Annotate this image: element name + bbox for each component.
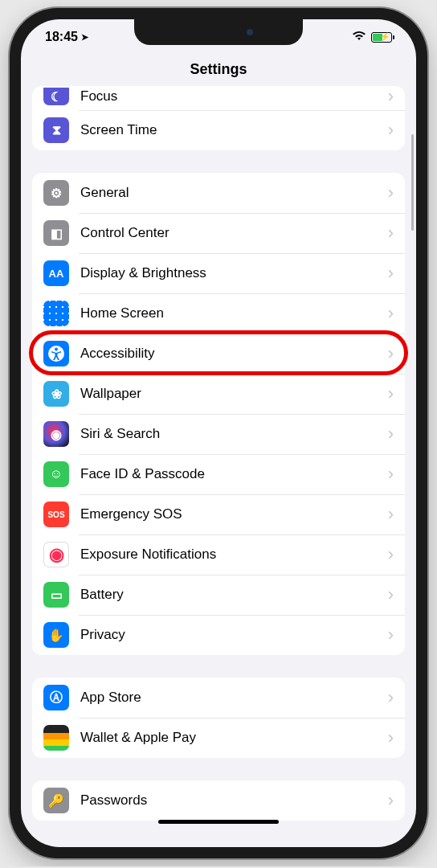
content-area[interactable]: ☾Focus›⧗Screen Time›⚙General›◧Control Ce… <box>21 86 416 830</box>
hourglass-icon: ⧗ <box>43 117 69 143</box>
navbar-title: Settings <box>21 55 416 86</box>
key-icon: 🔑 <box>43 788 69 813</box>
scrollbar[interactable] <box>411 134 414 231</box>
screen: 18:45 ➤ ⚡ Settings ☾Focus›⧗Screen Time›⚙… <box>21 19 416 847</box>
settings-row-control-center[interactable]: ◧Control Center› <box>32 213 405 253</box>
chevron-right-icon: › <box>388 727 394 748</box>
face-id-icon: ☺ <box>43 461 69 487</box>
chevron-right-icon: › <box>388 504 394 525</box>
grid-icon <box>43 301 69 326</box>
home-indicator[interactable] <box>158 820 279 824</box>
row-label: App Store <box>80 690 383 706</box>
row-label: Control Center <box>80 225 383 241</box>
accessibility-icon <box>43 341 69 366</box>
row-label: Face ID & Passcode <box>80 466 383 482</box>
settings-row-accessibility[interactable]: Accessibility› <box>32 334 405 374</box>
row-label: General <box>80 185 383 201</box>
row-label: Privacy <box>80 627 383 643</box>
sos-icon: SOS <box>43 502 69 527</box>
row-label: Emergency SOS <box>80 506 383 522</box>
location-icon: ➤ <box>81 32 88 43</box>
chevron-right-icon: › <box>388 383 394 404</box>
settings-row-general[interactable]: ⚙General› <box>32 173 405 213</box>
settings-row-display-brightness[interactable]: AADisplay & Brightness› <box>32 253 405 293</box>
text-size-icon: AA <box>43 260 69 286</box>
battery-icon: ▭ <box>43 582 69 608</box>
settings-row-home-screen[interactable]: Home Screen› <box>32 293 405 334</box>
chevron-right-icon: › <box>388 182 394 203</box>
wallet-icon <box>43 725 69 751</box>
chevron-right-icon: › <box>388 687 394 708</box>
chevron-right-icon: › <box>388 424 394 444</box>
settings-row-battery[interactable]: ▭Battery› <box>32 575 405 615</box>
chevron-right-icon: › <box>388 86 394 107</box>
settings-group: ☾Focus›⧗Screen Time› <box>32 86 405 150</box>
switches-icon: ◧ <box>43 220 69 246</box>
chevron-right-icon: › <box>388 263 394 284</box>
battery-icon: ⚡ <box>371 32 392 43</box>
row-label: Exposure Notifications <box>80 547 383 563</box>
gear-icon: ⚙ <box>43 180 69 206</box>
chevron-right-icon: › <box>388 303 394 324</box>
moon-icon: ☾ <box>43 88 69 105</box>
flower-icon: ❀ <box>43 381 69 407</box>
row-label: Focus <box>80 88 383 104</box>
siri-icon: ◉ <box>43 421 69 447</box>
row-label: Accessibility <box>80 346 383 362</box>
chevron-right-icon: › <box>388 544 394 565</box>
row-label: Display & Brightness <box>80 265 383 281</box>
settings-row-passwords[interactable]: 🔑Passwords› <box>32 780 405 821</box>
settings-row-screen-time[interactable]: ⧗Screen Time› <box>32 110 405 150</box>
settings-row-siri-search[interactable]: ◉Siri & Search› <box>32 414 405 454</box>
row-label: Wallet & Apple Pay <box>80 730 383 746</box>
settings-row-focus[interactable]: ☾Focus› <box>32 86 405 110</box>
row-label: Battery <box>80 587 383 603</box>
chevron-right-icon: › <box>388 464 394 485</box>
settings-row-app-store[interactable]: ⒶApp Store› <box>32 678 405 718</box>
chevron-right-icon: › <box>388 584 394 605</box>
chevron-right-icon: › <box>388 624 394 645</box>
phone-frame: 18:45 ➤ ⚡ Settings ☾Focus›⧗Screen Time›⚙… <box>10 8 427 858</box>
row-label: Siri & Search <box>80 426 383 442</box>
settings-row-emergency-sos[interactable]: SOSEmergency SOS› <box>32 494 405 534</box>
settings-row-wallet-apple-pay[interactable]: Wallet & Apple Pay› <box>32 718 405 758</box>
chevron-right-icon: › <box>388 343 394 364</box>
settings-group: 🔑Passwords› <box>32 780 405 821</box>
row-label: Screen Time <box>80 122 383 138</box>
row-label: Wallpaper <box>80 386 383 402</box>
svg-point-1 <box>55 348 58 351</box>
clock: 18:45 <box>45 30 78 44</box>
chevron-right-icon: › <box>388 223 394 244</box>
settings-row-exposure-notifications[interactable]: ◉Exposure Notifications› <box>32 534 405 575</box>
settings-group: ⚙General›◧Control Center›AADisplay & Bri… <box>32 173 405 655</box>
chevron-right-icon: › <box>388 120 394 141</box>
settings-group: ⒶApp Store›Wallet & Apple Pay› <box>32 678 405 758</box>
row-label: Passwords <box>80 792 383 809</box>
row-label: Home Screen <box>80 305 383 321</box>
settings-row-face-id-passcode[interactable]: ☺Face ID & Passcode› <box>32 454 405 494</box>
chevron-right-icon: › <box>388 790 394 811</box>
hand-icon: ✋ <box>43 622 69 648</box>
exposure-icon: ◉ <box>43 542 69 567</box>
wifi-icon <box>352 30 366 44</box>
notch <box>134 19 303 45</box>
settings-row-wallpaper[interactable]: ❀Wallpaper› <box>32 374 405 414</box>
settings-row-privacy[interactable]: ✋Privacy› <box>32 615 405 655</box>
app-store-icon: Ⓐ <box>43 685 69 710</box>
